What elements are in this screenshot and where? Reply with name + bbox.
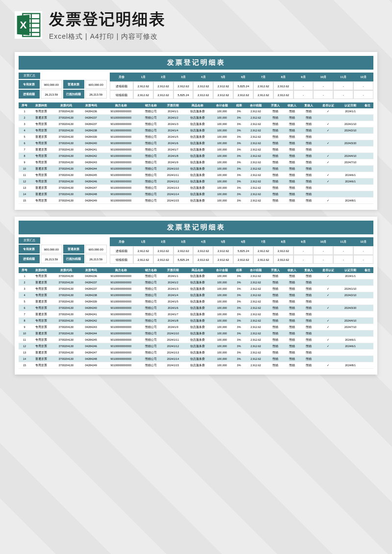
table-cell: 熊猫 bbox=[300, 185, 317, 191]
table-cell: 3 bbox=[19, 286, 30, 292]
table-cell: 7 bbox=[19, 147, 30, 153]
sheet-title: 发票登记明细表 bbox=[19, 221, 373, 234]
col-header: 备注 bbox=[362, 102, 373, 108]
table-cell: 04284237 bbox=[80, 279, 102, 286]
table-row: 11专用发票37002041300428424590100000000000熊猫… bbox=[19, 172, 373, 178]
month-cell: - bbox=[353, 81, 373, 90]
table-row: 11专用发票37002041300428424590100000000000熊猫… bbox=[19, 337, 373, 343]
table-row: 8专用发票37002041300428424290100000000000熊猫公… bbox=[19, 318, 373, 324]
table-cell: 熊猫 bbox=[267, 121, 283, 127]
table-cell bbox=[318, 166, 340, 172]
col-header: 发票号码 bbox=[80, 267, 102, 273]
table-cell: 熊猫 bbox=[284, 330, 300, 337]
table-cell: 3700204130 bbox=[52, 121, 80, 127]
table-cell: 熊猫 bbox=[300, 115, 317, 121]
table-row: 10普通发票37002041300428424490100000000000熊猫… bbox=[19, 330, 373, 337]
month-cell: - bbox=[333, 90, 353, 99]
month-label: 11月 bbox=[333, 237, 353, 246]
month-cell: 2,912.62 bbox=[213, 246, 233, 255]
table-cell: 熊猫公司 bbox=[140, 108, 162, 115]
table-cell: 3% bbox=[233, 330, 245, 337]
table-cell: 2024/1/10 bbox=[339, 286, 362, 292]
table-cell: 3700204130 bbox=[52, 127, 80, 134]
table-row: 9专用发票37002041300428424390100000000000熊猫公… bbox=[19, 159, 373, 166]
table-cell: 3700204130 bbox=[52, 324, 80, 330]
table-cell: 100,000 bbox=[211, 159, 233, 166]
table-row: 6专用发票37002041300428424090100000000000熊猫公… bbox=[19, 305, 373, 311]
table-cell bbox=[318, 134, 340, 140]
month-cell: 2,912.62 bbox=[153, 255, 173, 264]
table-cell: 2,912.62 bbox=[245, 356, 267, 362]
month-label: 5月 bbox=[213, 73, 233, 81]
months-block: 月份1月2月3月4月5月6月7月8月9月10月11月12月进项税额2,912.6… bbox=[110, 73, 373, 100]
table-cell: 2024/1/1 bbox=[162, 273, 184, 279]
table-cell: 信息服务费 bbox=[184, 273, 211, 279]
table-cell bbox=[362, 198, 373, 204]
table-cell: 信息服务费 bbox=[184, 330, 211, 337]
table-cell: 熊猫公司 bbox=[140, 178, 162, 185]
table-cell: 信息服务费 bbox=[184, 318, 211, 324]
table-cell: 14 bbox=[19, 356, 30, 362]
table-cell: 熊猫 bbox=[284, 191, 300, 198]
month-label: 2月 bbox=[153, 237, 173, 246]
col-header: 复核人 bbox=[300, 102, 317, 108]
table-cell: 90100000000000 bbox=[102, 324, 140, 330]
table-cell: ✓ bbox=[318, 362, 340, 369]
table-cell: 90100000000000 bbox=[102, 318, 140, 324]
summary-label: 已抵扣税额 bbox=[63, 90, 84, 99]
table-cell bbox=[362, 343, 373, 350]
table-cell: 熊猫公司 bbox=[140, 311, 162, 318]
table-cell: 100,000 bbox=[211, 115, 233, 121]
table-row: 14普通发票37002041300428424890100000000000熊猫… bbox=[19, 191, 373, 198]
table-cell: 04284240 bbox=[80, 305, 102, 311]
month-cell: 2,912.62 bbox=[153, 81, 173, 90]
table-cell: 9 bbox=[19, 324, 30, 330]
table-cell bbox=[362, 273, 373, 279]
col-header: 发票种类 bbox=[30, 267, 52, 273]
table-cell: ✓ bbox=[318, 140, 340, 147]
table-cell: 熊猫 bbox=[284, 134, 300, 140]
col-header: 序号 bbox=[19, 102, 30, 108]
table-row: 4专用发票37002041300428423890100000000000熊猫公… bbox=[19, 292, 373, 299]
table-cell: 100,000 bbox=[211, 198, 233, 204]
table-cell: 04284243 bbox=[80, 324, 102, 330]
summary-value: 26,213.59 bbox=[41, 90, 63, 99]
month-label: 8月 bbox=[273, 237, 294, 246]
table-cell: 2024/1/1 bbox=[339, 273, 362, 279]
table-cell: 04284247 bbox=[80, 350, 102, 356]
table-cell: 熊猫公司 bbox=[140, 121, 162, 127]
table-row: 1专用发票37002041300428423690100000000000熊猫公… bbox=[19, 108, 373, 115]
table-cell: 熊猫 bbox=[284, 299, 300, 305]
month-cell: 2,912.62 bbox=[273, 246, 294, 255]
table-cell: 2,912.62 bbox=[245, 159, 267, 166]
table-cell: 2024/1/12 bbox=[162, 178, 184, 185]
table-cell: 90100000000000 bbox=[102, 191, 140, 198]
col-header: 税率 bbox=[233, 267, 245, 273]
summary-label: 进项税额 bbox=[19, 90, 40, 99]
table-cell: ✓ bbox=[318, 108, 340, 115]
table-cell: 熊猫公司 bbox=[140, 362, 162, 369]
table-cell: 100,000 bbox=[211, 356, 233, 362]
table-cell: 熊猫 bbox=[300, 140, 317, 147]
col-header: 商品名称 bbox=[184, 267, 211, 273]
table-cell: 熊猫 bbox=[284, 115, 300, 121]
table-cell: 2024/8/1 bbox=[339, 362, 362, 369]
table-cell: 100,000 bbox=[211, 362, 233, 369]
table-cell bbox=[362, 153, 373, 159]
table-cell: 2,912.62 bbox=[245, 121, 267, 127]
table-cell: 熊猫 bbox=[267, 337, 283, 343]
table-cell: 3% bbox=[233, 299, 245, 305]
table-cell: 熊猫 bbox=[284, 350, 300, 356]
month-label: 3月 bbox=[173, 237, 194, 246]
table-cell: 2024/2/10 bbox=[339, 127, 362, 134]
table-cell: 8 bbox=[19, 153, 30, 159]
table-cell: ✓ bbox=[318, 292, 340, 299]
table-cell: 2024/1/13 bbox=[162, 350, 184, 356]
col-header: 销方名称 bbox=[140, 102, 162, 108]
table-cell: 熊猫 bbox=[300, 324, 317, 330]
table-cell: 3% bbox=[233, 153, 245, 159]
table-cell: 熊猫 bbox=[284, 286, 300, 292]
table-cell: 信息服务费 bbox=[184, 299, 211, 305]
table-row: 12专用发票37002041300428424690100000000000熊猫… bbox=[19, 178, 373, 185]
table-cell: 2024/1/11 bbox=[162, 337, 184, 343]
